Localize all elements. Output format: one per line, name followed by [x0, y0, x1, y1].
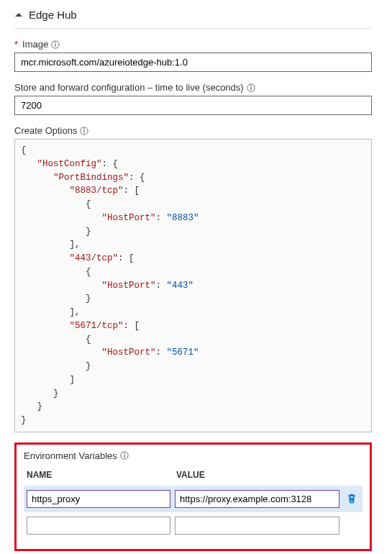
- svg-point-5: [250, 85, 252, 86]
- info-icon[interactable]: [247, 83, 255, 92]
- svg-point-8: [84, 128, 86, 130]
- chevron-up-icon: [14, 11, 23, 19]
- required-asterisk: *: [14, 39, 18, 50]
- create-options-editor[interactable]: { "HostConfig": { "PortBindings": { "888…: [14, 139, 372, 432]
- info-icon[interactable]: [51, 40, 60, 49]
- image-field-group: * Image: [14, 39, 372, 72]
- env-vars-table: NAME VALUE: [24, 468, 363, 539]
- ttl-label: Store and forward configuration – time t…: [14, 82, 244, 93]
- ttl-field-group: Store and forward configuration – time t…: [14, 82, 372, 115]
- info-icon[interactable]: [80, 127, 88, 135]
- env-var-value-input[interactable]: [175, 490, 339, 508]
- env-var-name-input[interactable]: [27, 517, 170, 535]
- create-options-label: Create Options: [14, 125, 77, 136]
- env-var-name-input[interactable]: [27, 490, 170, 508]
- section-header[interactable]: Edge Hub: [14, 6, 372, 29]
- info-icon[interactable]: [120, 451, 129, 460]
- svg-rect-4: [250, 87, 251, 90]
- section-title: Edge Hub: [29, 9, 77, 21]
- ttl-input[interactable]: [14, 96, 372, 115]
- svg-rect-7: [84, 130, 85, 133]
- delete-row-button[interactable]: [344, 491, 360, 507]
- env-var-row: [24, 486, 363, 512]
- svg-point-11: [124, 453, 125, 455]
- create-options-group: Create Options { "HostConfig": { "PortBi…: [14, 125, 372, 432]
- svg-point-2: [55, 42, 56, 43]
- env-vars-label: Environment Variables: [24, 450, 117, 461]
- env-variables-section: Environment Variables NAME VALUE: [14, 442, 372, 551]
- env-header-name: NAME: [27, 470, 176, 480]
- env-var-row: [24, 512, 363, 539]
- trash-icon: [346, 493, 357, 504]
- image-input[interactable]: [14, 53, 372, 72]
- svg-rect-10: [124, 455, 124, 458]
- env-header-value: VALUE: [176, 470, 344, 480]
- env-var-value-input[interactable]: [175, 517, 339, 535]
- image-label: Image: [22, 39, 48, 50]
- svg-rect-1: [55, 44, 56, 47]
